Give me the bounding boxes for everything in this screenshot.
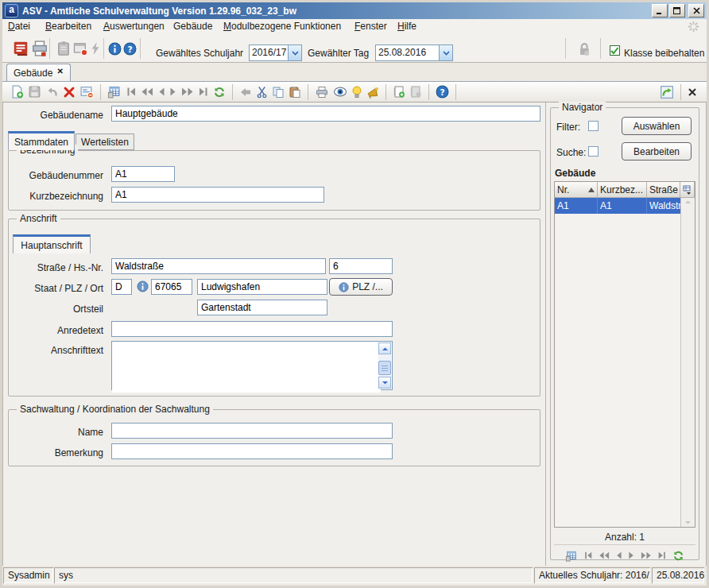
close-button[interactable]: [688, 4, 704, 17]
auswaehlen-button[interactable]: Auswählen: [622, 117, 692, 135]
refresh-icon[interactable]: [213, 86, 226, 99]
menu-modulbezogene-funktionen[interactable]: Modulbezogene Funktionen: [223, 21, 341, 32]
menubar: Datei Bearbeiten Auswertungen Gebäude Mo…: [2, 19, 707, 35]
tab-gebaeude[interactable]: Gebäude ✕: [6, 64, 71, 82]
kurzbezeichnung-label: Kurzbezeichnung: [6, 191, 103, 202]
lock-icon: [576, 41, 592, 57]
menu-auswertungen[interactable]: Auswertungen: [103, 21, 165, 32]
tab-close-icon[interactable]: ✕: [56, 67, 63, 75]
cell-kurzbez: A1: [598, 198, 647, 214]
scrollbar-thumb[interactable]: [378, 361, 391, 375]
minimize-button[interactable]: [652, 4, 668, 17]
scroll-down-icon[interactable]: [684, 520, 692, 525]
nav-last-icon[interactable]: [657, 551, 667, 560]
strasse-input[interactable]: [111, 258, 326, 274]
chevron-down-icon[interactable]: [439, 45, 452, 60]
menu-hilfe[interactable]: Hilfe: [397, 21, 416, 32]
menu-datei[interactable]: Datei: [8, 21, 30, 32]
plz-button[interactable]: PLZ /...: [329, 278, 393, 296]
copy-icon[interactable]: [272, 86, 285, 99]
goto-table-icon[interactable]: [565, 550, 578, 562]
preview-icon[interactable]: [333, 86, 347, 98]
tab-stammdaten[interactable]: Stammdaten: [8, 131, 75, 150]
nav-rewind-icon[interactable]: [599, 551, 610, 560]
menu-bearbeiten[interactable]: Bearbeiten: [45, 21, 91, 32]
ortsteil-input[interactable]: [197, 300, 327, 315]
help-icon[interactable]: ?: [123, 42, 137, 56]
table-scrollbar[interactable]: [680, 198, 695, 527]
info-icon[interactable]: [108, 42, 122, 56]
klasse-label: Klasse beibehalten: [624, 48, 704, 59]
suche-checkbox[interactable]: [588, 146, 599, 157]
nav-prev-icon[interactable]: [157, 87, 165, 97]
nav-rewind-icon[interactable]: [141, 87, 153, 97]
column-header-kurzbez[interactable]: Kurzbez...: [598, 182, 647, 198]
refresh-icon[interactable]: [672, 550, 684, 562]
scroll-up-icon[interactable]: [378, 342, 391, 354]
window-title: ASV - Amtliche Schulverwaltung Version 1…: [22, 6, 650, 17]
staat-input[interactable]: [111, 279, 132, 295]
statusbar-datum: 25.08.2016: [652, 567, 704, 583]
column-picker-button[interactable]: [680, 182, 695, 198]
nav-forward-icon[interactable]: [181, 87, 194, 97]
titlebar[interactable]: a ASV - Amtliche Schulverwaltung Version…: [2, 2, 707, 19]
staat-plz-ort-label: Staat / PLZ / Ort: [6, 283, 103, 294]
print-report-icon[interactable]: [31, 40, 48, 57]
tab-hauptanschrift[interactable]: Hauptanschrift: [13, 234, 91, 253]
anschrifttext-textarea[interactable]: [111, 341, 393, 390]
cut-icon[interactable]: [256, 86, 268, 99]
gebaeudename-input[interactable]: [111, 106, 540, 122]
column-header-strasse[interactable]: Straße: [647, 182, 680, 198]
name-input[interactable]: [111, 423, 393, 439]
save-icon: [28, 85, 41, 99]
plz-input[interactable]: [151, 279, 192, 295]
tab-wertelisten[interactable]: Wertelisten: [76, 133, 134, 150]
maximize-button[interactable]: [669, 4, 685, 17]
statusbar: Sysadmin sys Aktuelles Schuljahr: 2016/1…: [2, 567, 707, 585]
column-header-nr[interactable]: Nr.: [555, 182, 598, 198]
anredetext-input[interactable]: [111, 321, 393, 337]
klasse-checkbox[interactable]: [610, 45, 620, 56]
anschrifttext-textinput[interactable]: [112, 342, 381, 393]
bemerkung-input[interactable]: [111, 443, 393, 459]
menu-gebaeude[interactable]: Gebäude: [173, 21, 212, 32]
nav-prev-icon[interactable]: [615, 551, 622, 560]
nav-next-icon[interactable]: [628, 551, 635, 560]
chevron-down-icon[interactable]: [288, 45, 301, 60]
filter-checkbox[interactable]: [588, 121, 599, 131]
scroll-down-icon[interactable]: [378, 377, 391, 389]
help-icon[interactable]: ?: [436, 85, 449, 99]
goto-table-icon[interactable]: [107, 85, 122, 99]
protocol-add-icon[interactable]: [393, 85, 405, 99]
gebaeudenummer-input[interactable]: [111, 166, 175, 182]
bell-icon[interactable]: [366, 86, 379, 99]
delete-icon[interactable]: [63, 86, 76, 99]
new-record-icon[interactable]: [10, 85, 24, 99]
detach-view-icon[interactable]: [660, 85, 674, 99]
print-icon[interactable]: [315, 86, 329, 99]
tag-datefield[interactable]: 25.08.2016: [375, 44, 453, 61]
textarea-scrollbar[interactable]: [378, 342, 391, 389]
menu-fenster[interactable]: Fenster: [354, 21, 387, 32]
close-view-icon[interactable]: [688, 87, 697, 97]
nav-last-icon[interactable]: [198, 87, 209, 97]
kurzbezeichnung-input[interactable]: [111, 187, 324, 203]
nav-next-icon[interactable]: [169, 87, 177, 97]
nav-first-icon[interactable]: [126, 87, 137, 97]
check-icon: [610, 47, 619, 55]
schuljahr-combobox[interactable]: 2016/17: [249, 44, 302, 61]
toolbar-separator: [103, 38, 104, 59]
bearbeiten-button[interactable]: Bearbeiten: [622, 142, 692, 161]
report-book-icon[interactable]: [12, 40, 29, 57]
form-remove-icon[interactable]: [79, 85, 94, 99]
table-row[interactable]: A1 A1 Waldstr...: [555, 198, 695, 214]
paste-icon[interactable]: [289, 86, 301, 99]
ort-input[interactable]: [197, 279, 327, 295]
hausnummer-input[interactable]: [329, 258, 393, 274]
nav-forward-icon[interactable]: [641, 551, 652, 560]
scroll-up-icon[interactable]: [684, 199, 692, 204]
tip-icon[interactable]: [351, 86, 362, 99]
toolbar-separator: [232, 84, 233, 100]
nav-first-icon[interactable]: [583, 551, 593, 560]
info-icon[interactable]: [137, 280, 149, 292]
